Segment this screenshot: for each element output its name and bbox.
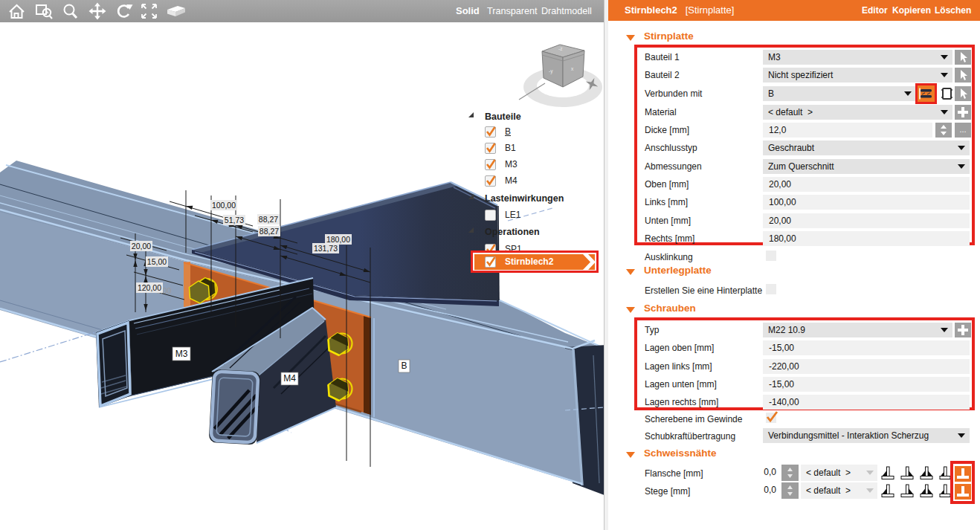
svg-text:88,27: 88,27 (259, 215, 278, 224)
svg-text:B: B (401, 361, 407, 371)
svg-text:120,00: 120,00 (138, 283, 161, 292)
svg-text:100,00: 100,00 (212, 201, 236, 210)
svg-text:15,00: 15,00 (147, 257, 167, 266)
svg-text:20,00: 20,00 (132, 242, 151, 251)
svg-text:-y: -y (549, 68, 553, 74)
svg-text:51,73: 51,73 (225, 216, 244, 224)
svg-text:-z: -z (558, 46, 562, 51)
svg-text:M4: M4 (283, 373, 296, 384)
svg-text:180,00: 180,00 (326, 235, 350, 244)
svg-text:88,27: 88,27 (259, 227, 279, 236)
svg-text:131,73: 131,73 (314, 244, 338, 253)
svg-text:M3: M3 (175, 349, 188, 359)
